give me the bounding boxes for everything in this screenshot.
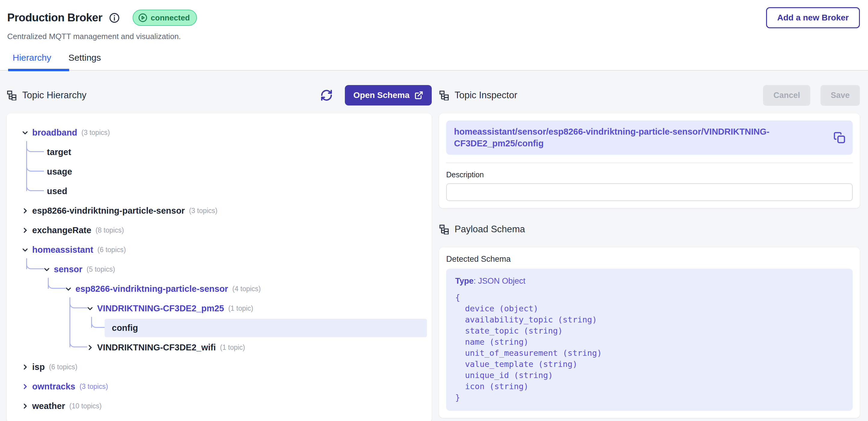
page-title: Production Broker	[7, 11, 102, 24]
chevron-down-icon[interactable]	[22, 129, 29, 136]
page-subtitle: Centralized MQTT management and visualiz…	[7, 32, 860, 41]
topic-hierarchy-section: Topic Hierarchy Open Schema broadband(3 …	[7, 85, 432, 421]
inspector-divider	[446, 163, 852, 163]
tree-node-VINDRIKTNING-CF3DE2_pm25[interactable]: VINDRIKTNING-CF3DE2_pm25(1 topic)	[7, 299, 432, 318]
selected-row-highlight	[105, 319, 427, 337]
chevron-down-icon[interactable]	[87, 305, 93, 312]
tree-node-label: VINDRIKTNING-CF3DE2_pm25	[97, 303, 224, 314]
add-broker-button[interactable]: Add a new Broker	[766, 7, 860, 28]
tree-node-topic-count: (6 topics)	[97, 246, 126, 254]
tree-node-label: weather	[32, 401, 65, 411]
topic-inspector-card: homeassistant/sensor/esp8266-vindriktnin…	[439, 113, 860, 208]
external-link-icon	[414, 91, 423, 100]
payload-schema-card: Detected Schema Type: JSON Object { devi…	[439, 247, 860, 418]
tree-node-topic-count: (1 topic)	[228, 304, 253, 313]
page-header: Production Broker connected Add a new Br…	[0, 0, 868, 70]
description-input[interactable]	[446, 183, 852, 201]
chevron-right-icon[interactable]	[22, 383, 29, 390]
open-schema-label: Open Schema	[353, 91, 409, 100]
hierarchy-tree-icon	[7, 90, 17, 100]
tree-node-label: sensor	[54, 264, 82, 274]
tree-node-label: VINDRIKTNING-CF3DE2_wifi	[97, 343, 216, 353]
tree-node-topic-count: (5 topics)	[87, 265, 115, 273]
info-icon[interactable]	[109, 12, 120, 24]
topic-tree-panel: broadband(3 topics)targetusageusedesp826…	[7, 113, 432, 421]
tree-node-topic-count: (3 topics)	[82, 129, 110, 137]
tree-node-topic-count: (10 topics)	[69, 402, 102, 410]
tree-node-label: homeassistant	[32, 245, 93, 255]
chevron-right-icon[interactable]	[87, 344, 93, 351]
chevron-down-icon[interactable]	[22, 247, 29, 253]
tree-node-label: used	[47, 186, 67, 196]
chevron-down-icon[interactable]	[43, 266, 50, 273]
tree-node-label: owntracks	[32, 382, 75, 392]
refresh-button[interactable]	[318, 87, 335, 103]
tab-hierarchy[interactable]: Hierarchy	[12, 53, 51, 63]
tree-node-isp[interactable]: isp(6 topics)	[7, 357, 432, 377]
chevron-right-icon[interactable]	[22, 364, 29, 370]
tree-node-esp8266-vindriktning-particle-sensor[interactable]: esp8266-vindriktning-particle-sensor(3 t…	[7, 201, 432, 221]
chevron-right-icon[interactable]	[22, 403, 29, 410]
cancel-button[interactable]: Cancel	[763, 85, 810, 106]
tree-node-esp8266-vindriktning-particle-sensor[interactable]: esp8266-vindriktning-particle-sensor(4 t…	[7, 279, 432, 299]
tree-node-topic-count: (6 topics)	[49, 363, 78, 371]
schema-type-label: Type	[455, 277, 473, 286]
tree-node-weather[interactable]: weather(10 topics)	[7, 396, 432, 416]
tree-node-owntracks[interactable]: owntracks(3 topics)	[7, 377, 432, 396]
status-badge: connected	[132, 10, 197, 26]
tree-node-topic-count: (4 topics)	[232, 285, 261, 293]
chevron-right-icon[interactable]	[22, 207, 29, 214]
description-label: Description	[446, 170, 852, 179]
schema-type-line: Type: JSON Object	[455, 277, 844, 286]
inspector-tree-icon	[439, 90, 449, 100]
inspector-panel-title: Topic Inspector	[455, 90, 518, 101]
chevron-down-icon[interactable]	[65, 286, 72, 292]
tree-node-homeassistant[interactable]: homeassistant(6 topics)	[7, 240, 432, 260]
tree-node-label: isp	[32, 362, 45, 372]
tree-node-label: config	[112, 323, 138, 333]
tree-node-label: exchangeRate	[32, 225, 91, 235]
main-content: Topic Hierarchy Open Schema broadband(3 …	[0, 71, 868, 421]
tree-node-topic-count: (3 topics)	[80, 383, 108, 391]
open-schema-button[interactable]: Open Schema	[345, 85, 432, 105]
tree-node-VINDRIKTNING-CF3DE2_wifi[interactable]: VINDRIKTNING-CF3DE2_wifi(1 topic)	[7, 338, 432, 357]
topic-path: homeassistant/sensor/esp8266-vindriktnin…	[454, 126, 826, 149]
tree-node-usage[interactable]: usage	[7, 162, 432, 182]
tree-node-exchangeRate[interactable]: exchangeRate(8 topics)	[7, 221, 432, 240]
tree-node-topic-count: (3 topics)	[189, 207, 218, 215]
tab-settings[interactable]: Settings	[68, 53, 101, 63]
status-connected-icon	[138, 13, 148, 23]
tree-node-label: broadband	[32, 128, 77, 138]
tree-node-used[interactable]: used	[7, 182, 432, 201]
copy-button[interactable]	[832, 130, 847, 145]
tree-node-config[interactable]: config	[7, 318, 432, 338]
detected-schema-label: Detected Schema	[446, 255, 852, 264]
topic-path-box: homeassistant/sensor/esp8266-vindriktnin…	[446, 121, 852, 155]
tree-node-broadband[interactable]: broadband(3 topics)	[7, 123, 432, 142]
save-button[interactable]: Save	[820, 85, 860, 106]
tree-node-topic-count: (1 topic)	[220, 344, 245, 352]
payload-schema-tree-icon	[439, 224, 449, 234]
topic-inspector-section: Topic Inspector Cancel Save homeassistan…	[439, 85, 860, 418]
tree-node-label: target	[47, 147, 71, 157]
tree-node-label: usage	[47, 167, 72, 177]
topic-tree: broadband(3 topics)targetusageusedesp826…	[7, 113, 432, 416]
payload-schema-title: Payload Schema	[455, 224, 525, 235]
tree-node-sensor[interactable]: sensor(5 topics)	[7, 260, 432, 279]
schema-type-value: JSON Object	[478, 277, 526, 286]
chevron-right-icon[interactable]	[22, 227, 29, 234]
status-label: connected	[151, 13, 190, 23]
tab-bar: Hierarchy Settings	[12, 53, 860, 70]
tree-node-topic-count: (8 topics)	[96, 226, 124, 234]
schema-code-block: Type: JSON Object { device (object) avai…	[446, 269, 852, 411]
schema-fields: { device (object) availability_topic (st…	[455, 292, 844, 403]
hierarchy-panel-title: Topic Hierarchy	[22, 90, 87, 101]
tree-node-label: esp8266-vindriktning-particle-sensor	[75, 284, 228, 294]
tree-node-target[interactable]: target	[7, 142, 432, 162]
tree-node-label: esp8266-vindriktning-particle-sensor	[32, 206, 185, 216]
